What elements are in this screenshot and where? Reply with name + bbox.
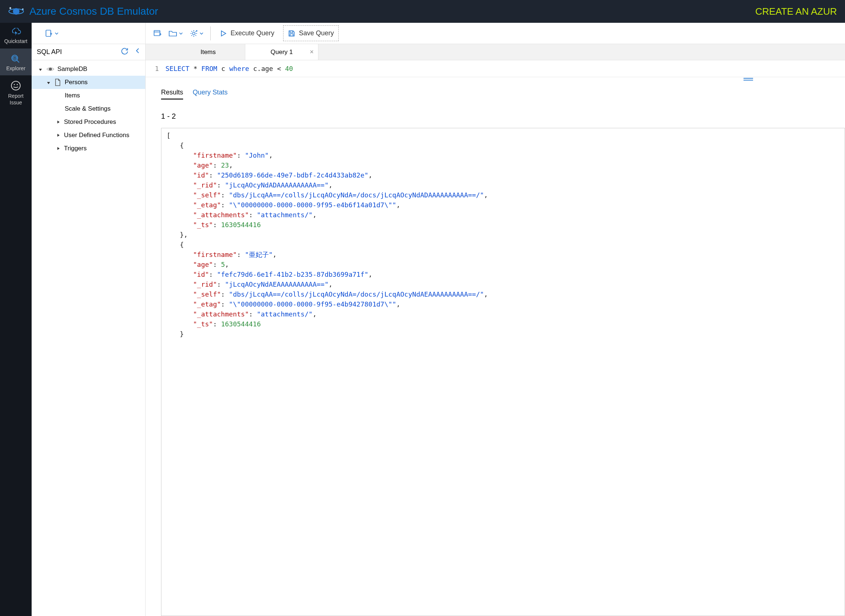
tree-udf[interactable]: User Defined Functions [32,129,145,142]
result-json[interactable]: [{"firstname": "John","age": 23,"id": "2… [161,128,845,616]
svg-point-6 [13,84,15,85]
open-dropdown[interactable] [168,30,183,37]
tree-toolbar [32,23,145,44]
tree-collection[interactable]: Persons [32,76,145,89]
svg-point-7 [16,84,18,85]
tree-database[interactable]: SampleDB [32,63,145,76]
create-account-link[interactable]: CREATE AN AZUR [755,6,837,17]
tree-stored-procedures[interactable]: Stored Procedures [32,116,145,129]
resource-tree: SampleDB Persons Items Scale & Settings … [32,60,145,155]
save-query-button[interactable]: Save Query [283,25,339,41]
svg-rect-14 [290,34,293,36]
tree-node-label: Persons [65,79,88,86]
tree-node-label: Triggers [64,145,87,152]
svg-point-2 [22,9,24,10]
svg-point-10 [49,67,52,71]
toolbar-separator [210,26,211,40]
settings-dropdown[interactable] [190,29,204,38]
collapse-icon[interactable] [135,47,140,57]
caret-right-icon [56,146,61,151]
rail-item-label: Explorer [1,65,30,72]
result-range: 1 - 2 [145,100,845,126]
api-title: SQL API [37,48,62,56]
caret-right-icon [56,133,61,138]
tab-items[interactable]: Items [171,44,245,60]
top-bar: Azure Cosmos DB Emulator CREATE AN AZUR [0,0,845,23]
cosmos-logo-icon [8,6,24,17]
workspace: Execute Query Save Query Items Query 1 ×… [145,23,845,616]
magnify-db-icon [1,54,30,63]
play-icon [219,30,227,37]
query-text: SELECT * FROM c where c.age < 40 [166,65,293,72]
query-editor[interactable]: 1 SELECT * FROM c where c.age < 40 [145,60,845,77]
button-label: Save Query [299,29,334,37]
rail-item-label: Report Issue [1,93,30,106]
rail-quickstart[interactable]: Quickstart [0,23,32,48]
database-icon [46,65,54,73]
save-icon [288,30,295,37]
new-container-icon[interactable] [154,30,162,37]
svg-point-5 [12,81,20,90]
result-tab-stats[interactable]: Query Stats [193,89,228,100]
refresh-icon[interactable] [121,47,128,57]
rail-explorer[interactable]: Explorer [0,48,32,76]
result-tab-results[interactable]: Results [161,89,183,100]
svg-point-4 [13,56,16,58]
caret-right-icon [56,119,61,125]
svg-rect-8 [46,30,51,37]
result-tabs: Results Query Stats [145,82,845,100]
rail-item-label: Quickstart [1,38,30,45]
rail-report-issue[interactable]: Report Issue [0,75,32,110]
document-icon [54,79,62,86]
smiley-icon [1,81,30,91]
svg-point-1 [13,8,19,15]
caret-down-icon [38,66,43,72]
tab-label: Query Stats [193,89,228,96]
tree-node-label: SampleDB [57,65,87,73]
tab-query-1[interactable]: Query 1 × [245,44,319,60]
caret-down-icon [46,80,51,85]
tab-label: Results [161,89,183,96]
tree-items[interactable]: Items [32,89,145,102]
tree-node-label: Scale & Settings [65,105,111,113]
close-icon[interactable]: × [310,48,314,56]
app-brand: Azure Cosmos DB Emulator [8,6,158,17]
line-number: 1 [145,65,166,72]
tree-node-label: Stored Procedures [64,118,116,126]
tree-triggers[interactable]: Triggers [32,142,145,155]
svg-rect-13 [290,31,293,33]
new-item-dropdown[interactable] [45,29,59,38]
left-rail: Quickstart Explorer Report Issue [0,23,32,616]
execute-query-button[interactable]: Execute Query [217,28,276,38]
api-header: SQL API [32,44,145,60]
tree-scale-settings[interactable]: Scale & Settings [32,102,145,116]
tree-node-label: User Defined Functions [64,132,129,139]
resource-tree-panel: SQL API SampleDB Persons Items Scale & S… [32,23,145,616]
split-handle[interactable] [145,77,845,82]
tree-node-label: Items [65,92,80,99]
cloud-bolt-icon [1,28,30,36]
tab-label: Query 1 [270,48,293,56]
svg-rect-11 [154,31,160,36]
grip-icon [744,78,753,79]
tab-label: Items [200,48,216,56]
button-label: Execute Query [231,29,274,37]
document-tabs: Items Query 1 × [145,44,845,60]
app-title: Azure Cosmos DB Emulator [29,6,158,17]
workspace-toolbar: Execute Query Save Query [145,23,845,44]
svg-point-12 [193,32,195,35]
